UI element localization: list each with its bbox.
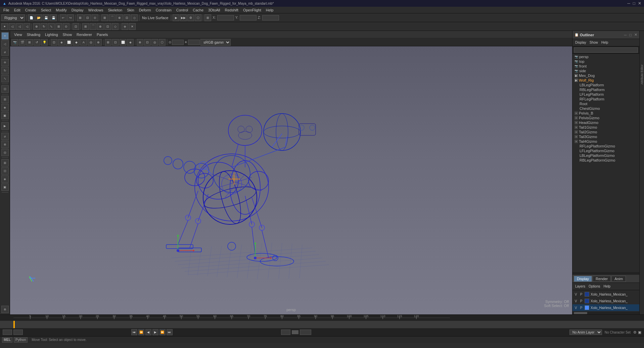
vp-poly-icon[interactable]: ⬡	[159, 39, 166, 46]
vp-ik-icon[interactable]: ⊕	[137, 39, 143, 46]
tree-item-tail3[interactable]: + Tail3Gizmo	[572, 134, 639, 139]
outliner-x-icon[interactable]: ✕	[634, 33, 637, 37]
tree-item-side[interactable]: 📷 side	[572, 69, 639, 73]
snap-view-icon[interactable]: ⊡	[124, 14, 130, 21]
menu-display[interactable]: Display	[70, 8, 86, 12]
menu-3dtoall[interactable]: 3DtoAll	[206, 8, 222, 12]
view-cube-btn[interactable]: ◈	[1, 104, 9, 111]
tree-item-tail2[interactable]: + Tail2Gizmo	[572, 130, 639, 134]
maximize-button[interactable]: □	[633, 1, 635, 6]
menu-windows[interactable]: Windows	[86, 8, 105, 12]
cross-icon[interactable]: ✕	[129, 23, 136, 30]
vp-film-icon[interactable]: 🎬	[19, 39, 26, 46]
mode-dropdown[interactable]: Rigging	[1, 14, 25, 21]
scale-icon[interactable]: ⤡	[48, 23, 55, 30]
y-coord-input[interactable]	[240, 15, 257, 20]
menu-control[interactable]: Control	[174, 8, 190, 12]
menu-skin[interactable]: Skin	[125, 8, 136, 12]
vp-menu-lighting[interactable]: Lighting	[43, 32, 60, 37]
outliner-close-icon[interactable]: ─	[624, 33, 627, 37]
rigging-btn[interactable]: ⊕	[1, 141, 9, 148]
deform-btn[interactable]: ⌀	[1, 133, 9, 140]
snap-surface-icon[interactable]: ◇	[131, 14, 138, 21]
tab-anim[interactable]: Anim	[611, 276, 626, 282]
brush-tool-btn[interactable]: ⌀	[1, 48, 9, 56]
show-manip-icon[interactable]: ⊡	[73, 23, 79, 30]
tree-item-rbplatgiz[interactable]: RBLegPlatformGizmo	[572, 158, 639, 163]
vp-menu-show[interactable]: Show	[61, 32, 74, 37]
timeline-track[interactable]	[0, 321, 644, 328]
vp-lighting-icon[interactable]: ◆	[73, 39, 80, 46]
tree-item-tail1[interactable]: + Tail1Gizmo	[572, 125, 639, 130]
new-file-icon[interactable]: 📄	[28, 14, 35, 21]
select-all-icon[interactable]: ⊞	[77, 14, 84, 21]
curve-snap-icon[interactable]: ⌒	[90, 23, 96, 30]
outliner-menu-display[interactable]: Display	[574, 40, 588, 45]
x-coord-input[interactable]	[217, 15, 234, 20]
tree-item-wolfrig[interactable]: ▶ Wolf_Rig	[572, 78, 639, 83]
render-seq-icon[interactable]: ▶▶	[180, 14, 187, 21]
surface-snap-icon[interactable]: ◇	[112, 23, 119, 30]
tree-item-root[interactable]: Root	[572, 101, 639, 106]
open-file-icon[interactable]: 📂	[35, 14, 42, 21]
current-frame-input[interactable]: 1	[13, 330, 23, 335]
tree-item-pelvisb[interactable]: + Pelvis_B	[572, 111, 639, 116]
tree-item-rflegplatgiz[interactable]: RFLegPlatformGizmo	[572, 144, 639, 148]
lasso-icon[interactable]: ⊙	[92, 14, 98, 21]
vp-light-icon[interactable]: 💡	[41, 39, 48, 46]
anim-layer-dropdown[interactable]: No Anim Layer	[569, 330, 602, 335]
expand-tail4[interactable]: +	[574, 140, 578, 143]
anim-icon1[interactable]: ⚙	[633, 330, 637, 335]
step-fwd-btn[interactable]: ⏩	[159, 329, 166, 335]
minimize-button[interactable]: ─	[627, 1, 630, 6]
color-profile-dropdown[interactable]: sRGB gamma	[200, 39, 231, 46]
tree-item-lbleg[interactable]: LBLegPlatform	[572, 83, 639, 87]
extra-btn4[interactable]: ▣	[1, 183, 9, 191]
vp-frame-icon[interactable]: ⊞	[26, 39, 33, 46]
layer-p-3[interactable]: P	[579, 306, 583, 310]
menu-file[interactable]: File	[1, 8, 11, 12]
tree-item-rbleg[interactable]: RBLegPlatform	[572, 87, 639, 92]
menu-cache[interactable]: Cache	[191, 8, 205, 12]
layer-row-2[interactable]: V P Xolo_Hairless_Mexican_	[572, 298, 639, 304]
outliner-menu-show[interactable]: Show	[588, 40, 599, 45]
close-button[interactable]: ✕	[638, 1, 641, 6]
save-file-icon[interactable]: 💾	[43, 14, 49, 21]
bottom-icon1[interactable]: ⊕	[1, 306, 9, 313]
tree-item-tail4[interactable]: + Tail4Gizmo	[572, 139, 639, 144]
expand-pelvisb[interactable]: +	[574, 112, 578, 115]
tree-item-mexdog[interactable]: ▶ Mex_Dog	[572, 73, 639, 78]
play-fwd-btn[interactable]: ▶	[152, 329, 158, 335]
soft-modify-icon[interactable]: ⊙	[63, 23, 70, 30]
layer-p-2[interactable]: P	[579, 299, 583, 303]
tab-render[interactable]: Render	[593, 276, 611, 282]
range-end-input[interactable]: 120	[281, 330, 290, 335]
menu-create[interactable]: Create	[23, 8, 38, 12]
layers-menu-options[interactable]: Options	[587, 284, 601, 289]
menu-redshift[interactable]: Redshift	[223, 8, 240, 12]
menu-deform[interactable]: Deform	[137, 8, 153, 12]
universal-manip-icon[interactable]: ⊞	[55, 23, 62, 30]
camera-btn[interactable]: ▣	[1, 112, 9, 119]
expand-pelvisgizmo[interactable]: +	[574, 116, 578, 120]
vp-menu-panels[interactable]: Panels	[95, 32, 110, 37]
rotate-tool-btn[interactable]: ↻	[1, 67, 9, 74]
save-as-icon[interactable]: 💾	[50, 14, 57, 21]
render-frame-icon[interactable]: ▶	[173, 14, 179, 21]
rotate-icon[interactable]: ↻	[41, 23, 47, 30]
expand-wolfrig[interactable]: ▶	[574, 79, 578, 82]
menu-openflight[interactable]: OpenFlight	[241, 8, 263, 12]
tree-item-rfleg[interactable]: RFLegPlatform	[572, 97, 639, 101]
tree-item-chest[interactable]: ChestGizmo	[572, 106, 639, 111]
vp-textured-icon[interactable]: ⬜	[65, 39, 72, 46]
expand-tail2[interactable]: +	[574, 130, 578, 134]
tree-item-front[interactable]: 📷 front	[572, 64, 639, 69]
menu-constrain[interactable]: Constrain	[154, 8, 174, 12]
vp-deform-icon[interactable]: ◎	[151, 39, 158, 46]
tree-item-persp[interactable]: 📷 persp	[572, 54, 639, 59]
layer-v-1[interactable]: V	[574, 293, 578, 296]
expand-mexdog[interactable]: ▶	[574, 74, 578, 77]
vp-smooth-icon[interactable]: ◈	[58, 39, 65, 46]
play-back-btn[interactable]: ◀	[145, 329, 151, 335]
vp-hud-icon[interactable]: ⊡	[112, 39, 119, 46]
